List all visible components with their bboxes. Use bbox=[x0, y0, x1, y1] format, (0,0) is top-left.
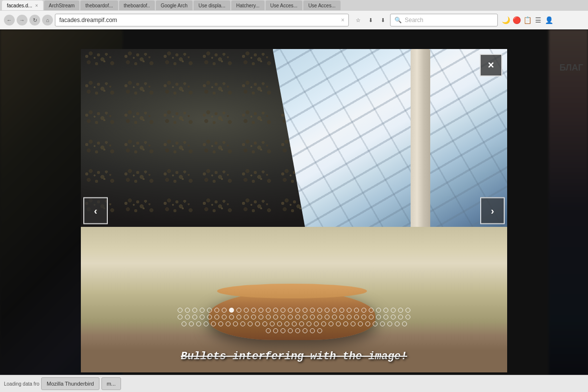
bullet-dot[interactable] bbox=[318, 315, 322, 319]
bullet-dot[interactable] bbox=[222, 308, 227, 313]
ext-icon-5[interactable]: 👤 bbox=[544, 15, 554, 25]
bullet-dot[interactable] bbox=[200, 315, 205, 319]
bullet-dot[interactable] bbox=[354, 315, 359, 319]
bullet-dot[interactable] bbox=[266, 328, 271, 333]
bullet-dot[interactable] bbox=[281, 308, 286, 313]
bullet-dot[interactable] bbox=[310, 315, 315, 319]
bullet-dot[interactable] bbox=[273, 315, 278, 319]
bullet-dot[interactable] bbox=[215, 308, 220, 313]
bullet-dot[interactable] bbox=[387, 321, 392, 326]
bullet-dot[interactable] bbox=[259, 315, 264, 319]
bullet-dot[interactable] bbox=[376, 315, 381, 319]
bullet-dot[interactable] bbox=[196, 321, 201, 326]
tab-9[interactable]: Use Acces... bbox=[303, 0, 341, 10]
ext-icon-3[interactable]: 📋 bbox=[522, 15, 532, 25]
bullet-dot[interactable] bbox=[185, 315, 190, 319]
bullet-dot[interactable] bbox=[259, 308, 264, 313]
bullet-dot[interactable] bbox=[325, 315, 330, 319]
ext-icon-1[interactable]: 🌙 bbox=[501, 15, 511, 25]
bullet-dot[interactable] bbox=[328, 321, 333, 326]
bullet-dot[interactable] bbox=[347, 315, 352, 319]
tab-8[interactable]: Use Acces... bbox=[266, 0, 303, 10]
bullet-dot[interactable] bbox=[203, 321, 208, 326]
bullet-dot[interactable] bbox=[273, 308, 278, 313]
bullet-dot[interactable] bbox=[318, 328, 322, 333]
address-bar[interactable]: facades.dreampif.com × bbox=[55, 14, 349, 26]
bullet-dot[interactable] bbox=[207, 315, 212, 319]
bullet-dot[interactable] bbox=[222, 315, 227, 319]
prev-arrow-button[interactable]: ‹ bbox=[83, 197, 108, 224]
bullet-dot[interactable] bbox=[372, 321, 377, 326]
bullet-dot[interactable] bbox=[281, 315, 286, 319]
bullet-dot[interactable] bbox=[178, 315, 183, 319]
bullet-dot[interactable] bbox=[394, 321, 399, 326]
bullet-dot[interactable] bbox=[384, 308, 389, 313]
bullet-dot[interactable] bbox=[240, 321, 245, 326]
bullet-dot[interactable] bbox=[237, 315, 242, 319]
address-close-icon[interactable]: × bbox=[341, 17, 344, 24]
bullet-dot[interactable] bbox=[362, 308, 367, 313]
bullet-dot[interactable] bbox=[185, 308, 190, 313]
bullet-dot[interactable] bbox=[358, 321, 363, 326]
bullet-dot[interactable] bbox=[225, 321, 230, 326]
bullet-dot[interactable] bbox=[251, 308, 256, 313]
bullet-dot[interactable] bbox=[295, 315, 300, 319]
bullet-dot[interactable] bbox=[303, 315, 308, 319]
bullet-dot[interactable] bbox=[207, 308, 212, 313]
bullet-dot[interactable] bbox=[380, 321, 385, 326]
bullet-dot[interactable] bbox=[288, 308, 293, 313]
bullet-dot[interactable] bbox=[266, 308, 271, 313]
bullet-dot[interactable] bbox=[270, 321, 274, 326]
bullet-dot[interactable] bbox=[391, 308, 396, 313]
bullet-dot[interactable] bbox=[244, 308, 249, 313]
bullet-dot[interactable] bbox=[299, 321, 304, 326]
bullet-dot[interactable] bbox=[284, 321, 289, 326]
bullet-dot[interactable] bbox=[350, 321, 355, 326]
bullet-dot[interactable] bbox=[310, 308, 315, 313]
bullet-dot[interactable] bbox=[200, 308, 205, 313]
bullet-dot[interactable] bbox=[211, 321, 216, 326]
bullet-dot[interactable] bbox=[237, 308, 242, 313]
tab-7[interactable]: Hatchery... bbox=[231, 0, 265, 10]
close-button[interactable]: × bbox=[480, 54, 502, 76]
bullet-dot[interactable] bbox=[332, 315, 337, 319]
bullet-dot[interactable] bbox=[292, 321, 296, 326]
bullet-dot[interactable] bbox=[247, 321, 252, 326]
bullet-dot[interactable] bbox=[354, 308, 359, 313]
bullet-dot[interactable] bbox=[398, 308, 403, 313]
lightbox-overlay[interactable]: × ‹ › Bullets interfering with the image… bbox=[0, 29, 588, 392]
bullet-dot[interactable] bbox=[369, 315, 374, 319]
bullet-dot[interactable] bbox=[277, 321, 282, 326]
bullet-dot[interactable] bbox=[295, 308, 300, 313]
bullet-dot[interactable] bbox=[288, 328, 293, 333]
bullet-dot[interactable] bbox=[321, 321, 326, 326]
bullet-dot[interactable] bbox=[281, 328, 286, 333]
bullet-dot[interactable] bbox=[193, 315, 197, 319]
bullet-dot[interactable] bbox=[266, 315, 271, 319]
bullet-dot[interactable] bbox=[218, 321, 223, 326]
bullet-dot[interactable] bbox=[181, 321, 186, 326]
bullet-dot[interactable] bbox=[273, 328, 278, 333]
bullet-dot[interactable] bbox=[365, 321, 370, 326]
bullet-dot[interactable] bbox=[340, 315, 344, 319]
bullet-dot[interactable] bbox=[347, 308, 352, 313]
bullet-dot[interactable] bbox=[376, 308, 381, 313]
history-icon[interactable]: ⬇ bbox=[377, 15, 388, 25]
ext-icon-2[interactable]: 🔴 bbox=[512, 15, 521, 25]
bullet-dot[interactable] bbox=[398, 315, 403, 319]
bullet-dot[interactable] bbox=[406, 315, 411, 319]
bullet-dot[interactable] bbox=[343, 321, 348, 326]
bullet-dot[interactable] bbox=[229, 315, 234, 319]
bullet-dot[interactable] bbox=[255, 321, 260, 326]
back-button[interactable]: ← bbox=[4, 15, 15, 25]
bullet-dot[interactable] bbox=[402, 321, 407, 326]
next-arrow-button[interactable]: › bbox=[480, 197, 505, 224]
bullet-dot[interactable] bbox=[369, 308, 374, 313]
tab-4[interactable]: theboardof.. bbox=[119, 0, 155, 10]
bullet-dot[interactable] bbox=[233, 321, 238, 326]
bookmark-icon[interactable]: ☆ bbox=[353, 15, 364, 25]
bullet-dot[interactable] bbox=[310, 328, 315, 333]
ext-icon-4[interactable]: ☰ bbox=[533, 15, 543, 25]
close-tab-icon[interactable]: × bbox=[35, 3, 38, 8]
bullet-dot[interactable] bbox=[288, 315, 293, 319]
